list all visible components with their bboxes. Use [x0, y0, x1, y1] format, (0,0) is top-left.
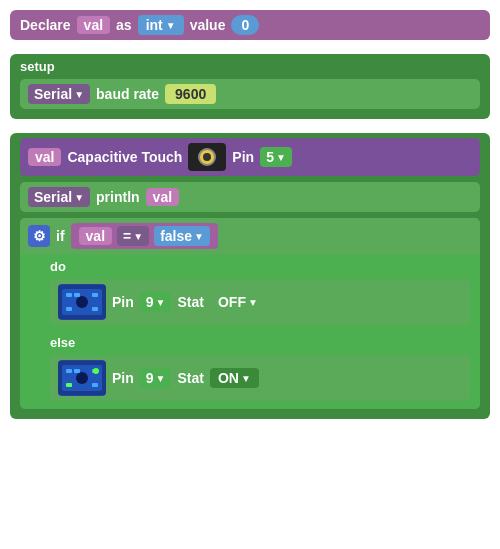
value-label: value: [190, 17, 226, 33]
condition-block: val = ▼ false ▼: [71, 223, 218, 249]
val-badge[interactable]: val: [77, 16, 110, 34]
if-block: ⚙ if val = ▼ false ▼ do: [20, 218, 480, 409]
declare-block: Declare val as int ▼ value 0: [10, 10, 490, 40]
sensor-circle: [198, 148, 216, 166]
cond-val[interactable]: val: [79, 227, 112, 245]
if-label: if: [56, 228, 65, 244]
false-val: false: [160, 228, 192, 244]
pin-val: 5: [266, 149, 274, 165]
else-device-block: Pin 9 ▼ Stat ON ▼: [50, 355, 470, 401]
pin-caret: ▼: [276, 152, 286, 163]
do-device-img: [58, 284, 106, 320]
svg-rect-11: [66, 369, 72, 373]
else-board-svg: [58, 361, 106, 395]
svg-point-16: [93, 368, 99, 374]
do-label: do: [50, 259, 470, 274]
do-device-block: Pin 9 ▼ Stat OFF ▼: [50, 279, 470, 325]
do-board-svg: [58, 285, 106, 319]
println-serial-caret: ▼: [74, 192, 84, 203]
if-header: ⚙ if val = ▼ false ▼: [20, 218, 480, 254]
println-label: println: [96, 189, 140, 205]
else-stat-label: Stat: [177, 370, 203, 386]
sensor-icon: [188, 143, 226, 171]
else-pin-caret: ▼: [156, 373, 166, 384]
svg-rect-4: [74, 293, 80, 297]
pin-label: Pin: [232, 149, 254, 165]
eq-caret: ▼: [133, 231, 143, 242]
println-row: Serial ▼ println val: [20, 182, 480, 212]
do-stat-val: OFF: [218, 294, 246, 310]
println-serial-dropdown[interactable]: Serial ▼: [28, 187, 90, 207]
declare-label: Declare: [20, 17, 71, 33]
else-pin-label: Pin: [112, 370, 134, 386]
svg-point-2: [76, 296, 88, 308]
type-value: int: [146, 17, 163, 33]
serial-value: Serial: [34, 86, 72, 102]
gear-icon[interactable]: ⚙: [28, 225, 50, 247]
else-pin-dropdown[interactable]: 9 ▼: [140, 368, 172, 388]
as-label: as: [116, 17, 132, 33]
pin-dropdown[interactable]: 5 ▼: [260, 147, 292, 167]
svg-point-10: [76, 372, 88, 384]
eq-dropdown[interactable]: = ▼: [117, 226, 149, 246]
svg-rect-12: [74, 369, 80, 373]
svg-rect-6: [66, 307, 72, 311]
do-pin-dropdown[interactable]: 9 ▼: [140, 292, 172, 312]
serial-caret: ▼: [74, 89, 84, 100]
do-stat-dropdown[interactable]: OFF ▼: [210, 292, 266, 312]
sensor-name: Capacitive Touch: [67, 149, 182, 165]
do-pin-caret: ▼: [156, 297, 166, 308]
else-stat-caret: ▼: [241, 373, 251, 384]
serial-dropdown[interactable]: Serial ▼: [28, 84, 90, 104]
println-serial-val: Serial: [34, 189, 72, 205]
type-dropdown[interactable]: int ▼: [138, 15, 184, 35]
value-badge[interactable]: 0: [231, 15, 259, 35]
capacitive-touch-row: val Capacitive Touch Pin 5 ▼: [20, 138, 480, 176]
svg-rect-14: [66, 383, 72, 387]
else-stat-val: ON: [218, 370, 239, 386]
eq-val: =: [123, 228, 131, 244]
svg-rect-7: [92, 307, 98, 311]
do-stat-caret: ▼: [248, 297, 258, 308]
else-label: else: [50, 335, 470, 350]
serial-row: Serial ▼ baud rate 9600: [20, 79, 480, 109]
type-caret: ▼: [166, 20, 176, 31]
svg-rect-5: [92, 293, 98, 297]
sensor-inner: [203, 153, 211, 161]
val-label[interactable]: val: [28, 148, 61, 166]
baud-value[interactable]: 9600: [165, 84, 216, 104]
else-device-img: [58, 360, 106, 396]
else-section: else: [20, 330, 480, 409]
main-block: val Capacitive Touch Pin 5 ▼ Serial ▼ pr…: [10, 133, 490, 419]
setup-block: setup Serial ▼ baud rate 9600: [10, 54, 490, 119]
println-val[interactable]: val: [146, 188, 179, 206]
false-caret: ▼: [194, 231, 204, 242]
do-stat-label: Stat: [177, 294, 203, 310]
setup-label: setup: [20, 59, 480, 74]
svg-rect-15: [92, 383, 98, 387]
do-section: do: [20, 254, 480, 330]
baud-label: baud rate: [96, 86, 159, 102]
do-pin-val: 9: [146, 294, 154, 310]
else-pin-val: 9: [146, 370, 154, 386]
do-pin-label: Pin: [112, 294, 134, 310]
else-stat-dropdown[interactable]: ON ▼: [210, 368, 259, 388]
false-dropdown[interactable]: false ▼: [154, 226, 210, 246]
svg-rect-3: [66, 293, 72, 297]
